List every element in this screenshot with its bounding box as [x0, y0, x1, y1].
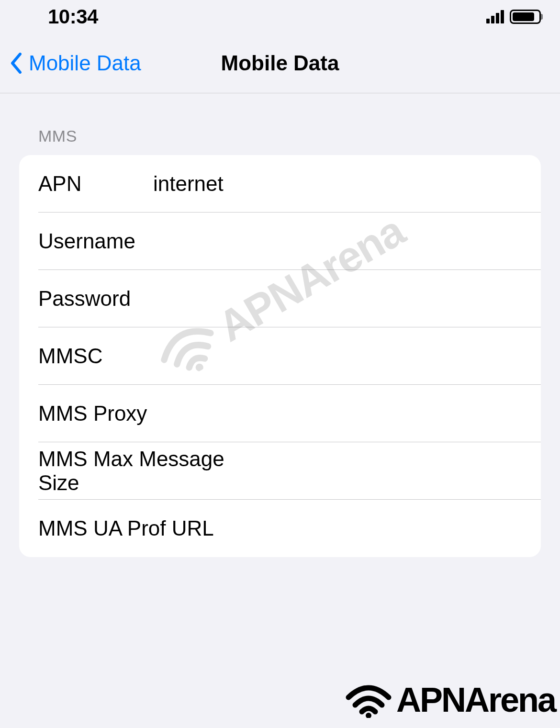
wifi-icon — [345, 682, 392, 718]
row-username[interactable]: Username — [19, 213, 541, 270]
label-mms-proxy: MMS Proxy — [38, 402, 153, 426]
input-username[interactable] — [153, 229, 522, 253]
input-mmsc[interactable] — [153, 344, 522, 368]
label-username: Username — [38, 229, 153, 253]
navigation-bar: Mobile Data Mobile Data — [0, 34, 560, 93]
row-mms-max-size[interactable]: MMS Max Message Size — [19, 442, 541, 500]
chevron-left-icon — [10, 53, 23, 74]
input-mms-proxy[interactable] — [153, 402, 522, 426]
content-area: MMS APN Username Password MMSC MMS Proxy… — [0, 93, 560, 557]
battery-icon — [510, 10, 541, 24]
input-mms-max-size[interactable] — [259, 459, 522, 483]
label-password: Password — [38, 287, 153, 311]
input-mms-ua-prof[interactable] — [214, 516, 522, 540]
status-bar: 10:34 — [0, 0, 560, 34]
back-button[interactable]: Mobile Data — [10, 51, 141, 75]
cellular-signal-icon — [486, 10, 504, 23]
status-time: 10:34 — [48, 5, 98, 28]
back-label: Mobile Data — [29, 51, 141, 75]
label-mmsc: MMSC — [38, 344, 153, 368]
page-title: Mobile Data — [221, 51, 339, 75]
row-apn[interactable]: APN — [19, 155, 541, 213]
row-mms-ua-prof[interactable]: MMS UA Prof URL — [19, 500, 541, 557]
watermark-text: APNArena — [396, 680, 555, 719]
input-apn[interactable] — [153, 172, 522, 196]
input-password[interactable] — [153, 287, 522, 311]
row-mmsc[interactable]: MMSC — [19, 327, 541, 385]
section-header-mms: MMS — [19, 93, 541, 155]
svg-point-1 — [366, 713, 371, 718]
label-mms-max-size: MMS Max Message Size — [38, 447, 259, 495]
label-mms-ua-prof: MMS UA Prof URL — [38, 516, 214, 540]
row-mms-proxy[interactable]: MMS Proxy — [19, 385, 541, 442]
label-apn: APN — [38, 172, 153, 196]
row-password[interactable]: Password — [19, 270, 541, 327]
watermark-bottom: APNArena — [345, 680, 555, 719]
status-indicators — [486, 10, 541, 24]
settings-group-mms: APN Username Password MMSC MMS Proxy MMS… — [19, 155, 541, 557]
